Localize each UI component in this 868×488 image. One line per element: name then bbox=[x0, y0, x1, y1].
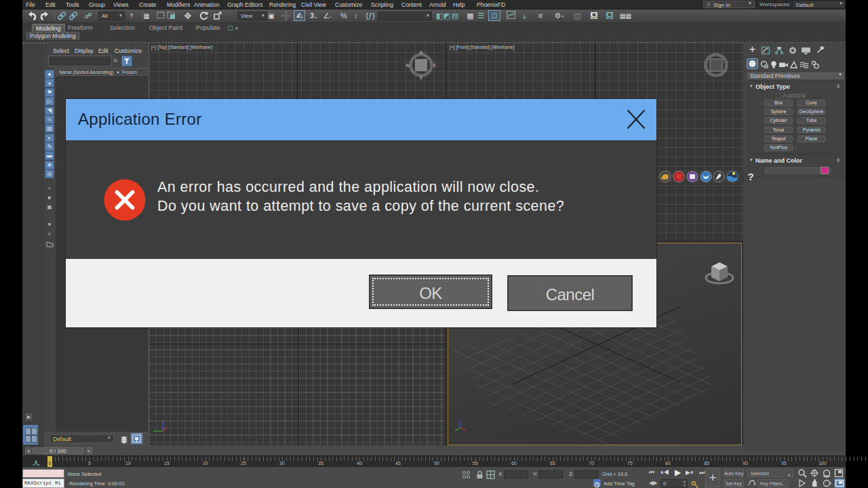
svg-text:N: N bbox=[420, 50, 423, 55]
svg-text:W: W bbox=[406, 63, 410, 68]
svg-text:E: E bbox=[433, 63, 437, 68]
svg-text:S: S bbox=[420, 75, 423, 80]
